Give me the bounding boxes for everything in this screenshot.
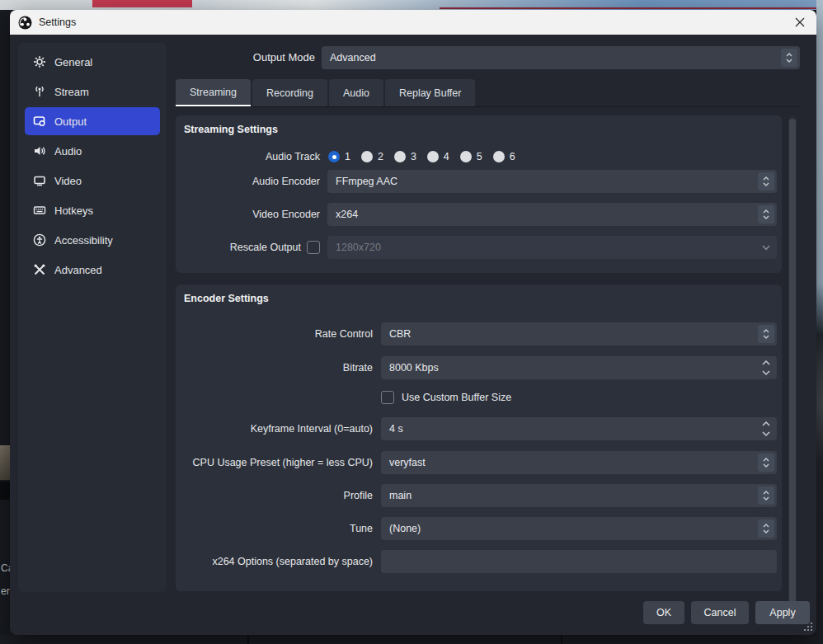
chevron-down-icon: [762, 236, 770, 259]
tabs-divider: [176, 106, 800, 107]
spinner-arrows-icon[interactable]: [758, 487, 774, 505]
desktop-red-line: [440, 7, 816, 9]
radio-icon[interactable]: [460, 151, 472, 162]
encoder-settings-panel: Encoder Settings Rate Control CBR Bitrat…: [176, 284, 782, 591]
sidebar-item-label: Output: [54, 115, 87, 128]
audio-icon: [33, 144, 46, 157]
sidebar-item-video[interactable]: Video: [25, 167, 160, 195]
close-icon: [795, 17, 805, 27]
x264-options-label: x264 Options (separated by space): [176, 550, 373, 573]
obs-main-window-bottom-strip: [0, 635, 823, 644]
cpu-preset-label: CPU Usage Preset (higher = less CPU): [176, 451, 373, 474]
keyframe-interval-spinbox[interactable]: 4 s: [381, 417, 777, 440]
content-scrollbar-track[interactable]: [788, 115, 797, 625]
output-icon: [33, 115, 46, 128]
audio-track-radio-group: 1 2 3 4 5 6: [328, 148, 515, 165]
spinner-arrows-icon[interactable]: [758, 172, 774, 190]
window-title: Settings: [39, 16, 76, 28]
audio-encoder-select[interactable]: FFmpeg AAC: [327, 170, 777, 193]
audio-track-label: Audio Track: [176, 145, 320, 168]
desktop-right-strip: [816, 0, 823, 644]
tab-replay-buffer[interactable]: Replay Buffer: [385, 79, 476, 106]
video-encoder-select[interactable]: x264: [327, 203, 777, 226]
dock-divider: [247, 635, 249, 644]
close-button[interactable]: [783, 10, 816, 35]
resize-grip[interactable]: [804, 623, 812, 631]
spinner-arrows-icon[interactable]: [758, 205, 774, 223]
settings-dialog: Settings General Stream: [10, 10, 816, 635]
keyframe-interval-label: Keyframe Interval (0=auto): [176, 417, 373, 440]
sidebar-item-hotkeys[interactable]: Hotkeys: [25, 196, 160, 224]
encoder-settings-title: Encoder Settings: [184, 293, 269, 304]
audio-track-2[interactable]: 2: [361, 151, 383, 162]
radio-icon[interactable]: [394, 151, 406, 162]
radio-icon[interactable]: [427, 151, 439, 162]
bitrate-label: Bitrate: [176, 356, 373, 379]
sidebar-item-label: Audio: [54, 145, 82, 157]
desktop-left-video-sliver: [0, 445, 10, 480]
desktop-left-dark-sliver: [0, 482, 10, 500]
sidebar-item-general[interactable]: General: [25, 48, 160, 76]
spinner-arrows-icon[interactable]: [781, 49, 797, 67]
settings-nav-sidebar: General Stream Output Audio: [18, 43, 167, 592]
bitrate-spinbox[interactable]: 8000 Kbps: [381, 356, 777, 379]
cancel-button[interactable]: Cancel: [691, 601, 749, 624]
sidebar-item-advanced[interactable]: Advanced: [25, 256, 160, 284]
audio-encoder-label: Audio Encoder: [176, 170, 320, 193]
radio-checked-icon[interactable]: [328, 151, 340, 162]
sidebar-item-audio[interactable]: Audio: [25, 137, 160, 165]
profile-select[interactable]: main: [381, 484, 777, 507]
video-icon: [33, 174, 46, 187]
sidebar-item-label: Advanced: [54, 264, 102, 276]
content-scrollbar-thumb[interactable]: [789, 119, 796, 618]
desktop-left-strip: [0, 10, 10, 635]
rate-control-select[interactable]: CBR: [381, 322, 777, 346]
audio-track-5[interactable]: 5: [460, 151, 482, 162]
advanced-icon: [33, 263, 46, 276]
spinner-arrows-icon[interactable]: [758, 454, 774, 472]
radio-icon[interactable]: [361, 151, 373, 162]
sidebar-item-label: Hotkeys: [54, 204, 93, 217]
streaming-settings-title: Streaming Settings: [184, 124, 278, 135]
cpu-preset-select[interactable]: veryfast: [381, 451, 777, 474]
desktop-red-bar: [92, 0, 192, 7]
audio-track-3[interactable]: 3: [394, 151, 416, 162]
accessibility-icon: [33, 233, 46, 247]
tune-select[interactable]: (None): [381, 517, 777, 540]
profile-label: Profile: [176, 484, 373, 507]
sidebar-item-accessibility[interactable]: Accessibility: [25, 226, 160, 254]
screen: Ca er Settings: [0, 0, 823, 644]
sidebar-item-label: Accessibility: [54, 234, 113, 247]
tab-streaming[interactable]: Streaming: [176, 79, 251, 106]
radio-icon[interactable]: [493, 151, 505, 162]
custom-buffer-checkbox[interactable]: [381, 391, 394, 404]
output-mode-label: Output Mode: [208, 46, 315, 69]
dock-divider: [561, 635, 562, 644]
video-encoder-label: Video Encoder: [176, 203, 320, 226]
rescale-output-label: Rescale Output: [176, 236, 301, 259]
audio-track-1[interactable]: 1: [328, 151, 350, 162]
title-bar: Settings: [10, 10, 816, 35]
stepper-arrows-icon[interactable]: [762, 417, 770, 440]
rescale-output-checkbox[interactable]: [307, 241, 320, 254]
spinner-arrows-icon[interactable]: [758, 519, 774, 538]
hotkeys-icon: [33, 204, 46, 217]
audio-track-6[interactable]: 6: [493, 151, 515, 162]
output-mode-select[interactable]: Advanced: [322, 46, 800, 69]
ok-button[interactable]: OK: [643, 601, 684, 624]
sidebar-item-output[interactable]: Output: [25, 107, 160, 135]
spinner-arrows-icon[interactable]: [758, 325, 774, 343]
stepper-arrows-icon[interactable]: [762, 356, 770, 379]
x264-options-input[interactable]: [381, 550, 777, 573]
sidebar-item-stream[interactable]: Stream: [25, 78, 160, 106]
obs-logo-icon: [18, 16, 32, 30]
output-mode-value: Advanced: [330, 52, 376, 63]
rescale-output-select: 1280x720: [327, 236, 777, 259]
tab-audio[interactable]: Audio: [329, 79, 383, 106]
sidebar-item-label: Stream: [54, 86, 89, 98]
output-tabs: Streaming Recording Audio Replay Buffer: [176, 79, 475, 106]
tab-recording[interactable]: Recording: [252, 79, 327, 106]
audio-track-4[interactable]: 4: [427, 151, 449, 162]
custom-buffer-label[interactable]: Use Custom Buffer Size: [402, 390, 511, 405]
apply-button[interactable]: Apply: [755, 601, 810, 624]
